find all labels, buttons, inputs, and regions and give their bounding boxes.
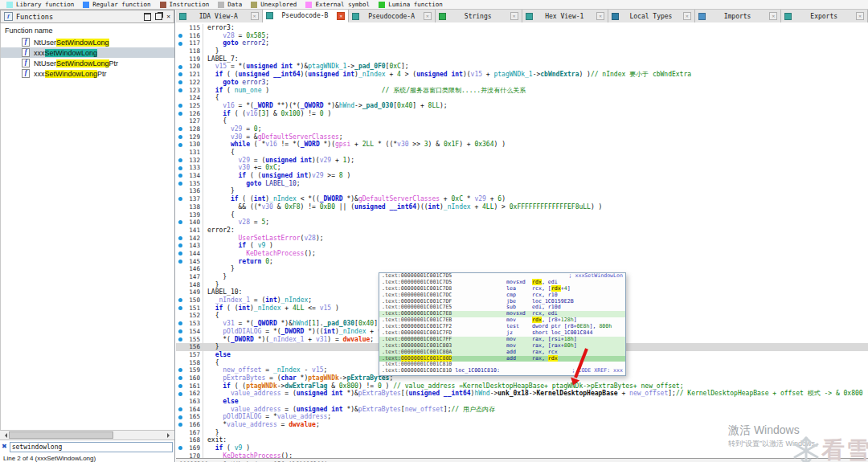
code-line[interactable]: 131 { bbox=[176, 149, 868, 157]
breakpoint-dot[interactable] bbox=[176, 444, 184, 452]
code-line[interactable]: 129 v30 = &gDefaultServerClasses; bbox=[176, 133, 868, 141]
code-line[interactable]: 134 if ( (unsigned int)v29 >= 8 ) bbox=[176, 172, 868, 180]
function-row[interactable]: fxxxSetWindowLong bbox=[1, 47, 174, 58]
code-line[interactable]: 163 else bbox=[176, 398, 868, 406]
code-line[interactable]: 135 goto LABEL_10; bbox=[176, 180, 868, 188]
breakpoint-dot[interactable] bbox=[176, 296, 184, 305]
breakpoint-dot[interactable] bbox=[176, 250, 184, 258]
code-line[interactable]: 133 v30 += 0xC; bbox=[176, 164, 868, 172]
code-line[interactable]: 115error3: bbox=[176, 24, 868, 32]
scroll-left-arrow[interactable] bbox=[2, 433, 7, 438]
breakpoint-dot[interactable] bbox=[176, 421, 184, 429]
breakpoint-dot[interactable] bbox=[176, 39, 184, 47]
function-row[interactable]: fNtUserSetWindowLongPtr bbox=[1, 58, 174, 68]
breakpoint-dot[interactable] bbox=[176, 79, 184, 87]
horizontal-scrollbar[interactable] bbox=[0, 430, 174, 440]
breakpoint-dot[interactable] bbox=[176, 63, 184, 71]
code-line[interactable]: 164 value_address = (unsigned int *)&pEx… bbox=[176, 406, 868, 414]
tab-pseudocode-b[interactable]: Pseudocode-B✕ bbox=[263, 10, 350, 22]
tab-close-icon[interactable]: ✕ bbox=[596, 12, 604, 20]
filter-input[interactable] bbox=[10, 442, 173, 452]
breakpoint-dot[interactable] bbox=[176, 336, 184, 344]
breakpoint-dot[interactable] bbox=[176, 328, 184, 336]
scrollbar-thumb[interactable] bbox=[9, 431, 113, 439]
pseudocode-view[interactable]: 115error3:116 v28 = 0x585;117 goto error… bbox=[176, 22, 868, 462]
breakpoint-dot[interactable] bbox=[176, 87, 184, 95]
breakpoint-dot[interactable] bbox=[176, 32, 184, 40]
code-line[interactable]: 145 return 0; bbox=[176, 258, 868, 266]
tab-hex-view-1[interactable]: Hex View-1✕ bbox=[522, 10, 609, 22]
code-line[interactable]: 126 if ( (v16[3] & 0x100) != 0 ) bbox=[176, 110, 868, 118]
tab-local-types[interactable]: Local Types✕ bbox=[608, 10, 695, 22]
tab-close-icon[interactable]: ✕ bbox=[510, 12, 518, 20]
breakpoint-dot[interactable] bbox=[176, 219, 184, 227]
code-line[interactable]: 138 && ((*v30 & 0xF8) != 0xB0 || (unsign… bbox=[176, 203, 868, 211]
breakpoint-dot[interactable] bbox=[176, 320, 184, 328]
tab-imports[interactable]: Imports✕ bbox=[695, 10, 782, 22]
code-line[interactable]: 130 while ( *v16 != *(_WORD *)(gpsi + 2L… bbox=[176, 141, 868, 149]
code-line[interactable]: 120 v15 = *(unsigned int *)&ptagWNDk_1->… bbox=[176, 63, 868, 71]
code-line[interactable]: 136 } bbox=[176, 187, 868, 195]
breakpoint-dot[interactable] bbox=[176, 374, 184, 382]
function-name-header[interactable]: Function name bbox=[1, 23, 174, 37]
breakpoint-dot[interactable] bbox=[176, 235, 184, 243]
code-line[interactable]: 165 pOldDIALOG = *value_address; bbox=[176, 413, 868, 421]
breakpoint-dot[interactable] bbox=[176, 71, 184, 79]
tab-pseudocode-a[interactable]: Pseudocode-A✕ bbox=[349, 10, 436, 22]
code-line[interactable]: 132 v29 = (unsigned int)(v29 + 1); bbox=[176, 157, 868, 165]
code-line[interactable]: 162 value_address = (unsigned int *)&pEx… bbox=[176, 390, 868, 398]
clear-filter-icon[interactable]: ✖ bbox=[2, 444, 7, 450]
maximize-button[interactable] bbox=[144, 13, 151, 21]
float-window-button[interactable] bbox=[155, 13, 162, 20]
close-panel-button[interactable]: ✕ bbox=[166, 14, 170, 19]
code-line[interactable]: 137 if ( (int)_nIndex < *((_DWORD *)&gDe… bbox=[176, 195, 868, 203]
breakpoint-dot[interactable] bbox=[176, 242, 184, 250]
breakpoint-dot[interactable] bbox=[176, 157, 184, 165]
breakpoint-dot[interactable] bbox=[176, 110, 184, 118]
tab-exports[interactable]: Exports✕ bbox=[781, 10, 868, 22]
code-line[interactable]: 122 goto error3; bbox=[176, 79, 868, 87]
breakpoint-dot[interactable] bbox=[176, 382, 184, 390]
breakpoint-dot[interactable] bbox=[176, 195, 184, 203]
code-line[interactable]: 116 v28 = 0x585; bbox=[176, 32, 868, 40]
code-line[interactable]: 140 v28 = 5; bbox=[176, 219, 868, 227]
code-line[interactable]: 119LABEL_7: bbox=[176, 55, 868, 63]
code-line[interactable]: 118 } bbox=[176, 47, 868, 55]
code-line[interactable]: 124 { bbox=[176, 94, 868, 102]
breakpoint-dot[interactable] bbox=[176, 172, 184, 180]
breakpoint-dot[interactable] bbox=[176, 390, 184, 398]
tab-close-icon[interactable]: ✕ bbox=[337, 12, 345, 20]
tab-close-icon[interactable]: ✕ bbox=[251, 12, 259, 20]
breakpoint-dot[interactable] bbox=[176, 102, 184, 110]
code-line[interactable]: 128 v29 = 0; bbox=[176, 125, 868, 133]
breakpoint-dot[interactable] bbox=[176, 133, 184, 141]
breakpoint-dot[interactable] bbox=[176, 141, 184, 149]
tab-close-icon[interactable]: ✕ bbox=[769, 12, 777, 20]
code-line[interactable]: 141error2: bbox=[176, 227, 868, 235]
function-row[interactable]: fxxxSetWindowLongPtr bbox=[1, 68, 174, 79]
code-line[interactable]: 139 { bbox=[176, 211, 868, 219]
tab-ida-view-a[interactable]: IDA View-A✕ bbox=[176, 10, 263, 22]
tab-close-icon[interactable]: ✕ bbox=[683, 12, 691, 20]
code-line[interactable]: 117 goto error2; bbox=[176, 39, 868, 47]
code-line[interactable]: 125 v16 = *(_WORD **)(*(_QWORD *)&hWnd->… bbox=[176, 102, 868, 110]
tab-strings[interactable]: Strings✕ bbox=[436, 10, 522, 22]
scroll-right-arrow[interactable] bbox=[167, 433, 172, 438]
code-line[interactable]: 123 if ( num_one ) // 系统/服务器窗口类限制.....并没… bbox=[176, 87, 868, 95]
function-row[interactable]: fNtUserSetWindowLong bbox=[1, 37, 174, 47]
code-line[interactable]: 161 if ( (ptagWNDk->dwExtraFlag & 0x800)… bbox=[176, 382, 868, 390]
code-line[interactable]: 142 UserSetLastError(v28); bbox=[176, 235, 868, 243]
breakpoint-dot[interactable] bbox=[176, 413, 184, 421]
breakpoint-dot[interactable] bbox=[176, 258, 184, 266]
breakpoint-dot[interactable] bbox=[176, 366, 184, 374]
breakpoint-dot[interactable] bbox=[176, 406, 184, 414]
code-line[interactable]: 143 if ( v9 ) bbox=[176, 242, 868, 250]
breakpoint-dot[interactable] bbox=[176, 180, 184, 188]
breakpoint-dot[interactable] bbox=[176, 164, 184, 172]
code-line[interactable]: 121 if ( (unsigned __int64)(unsigned int… bbox=[176, 71, 868, 79]
tab-close-icon[interactable]: ✕ bbox=[856, 12, 864, 20]
tab-close-icon[interactable]: ✕ bbox=[424, 12, 432, 20]
code-line[interactable]: 144 KeDetachProcess(); bbox=[176, 250, 868, 258]
breakpoint-dot[interactable] bbox=[176, 125, 184, 133]
code-line[interactable]: 127 { bbox=[176, 117, 868, 125]
